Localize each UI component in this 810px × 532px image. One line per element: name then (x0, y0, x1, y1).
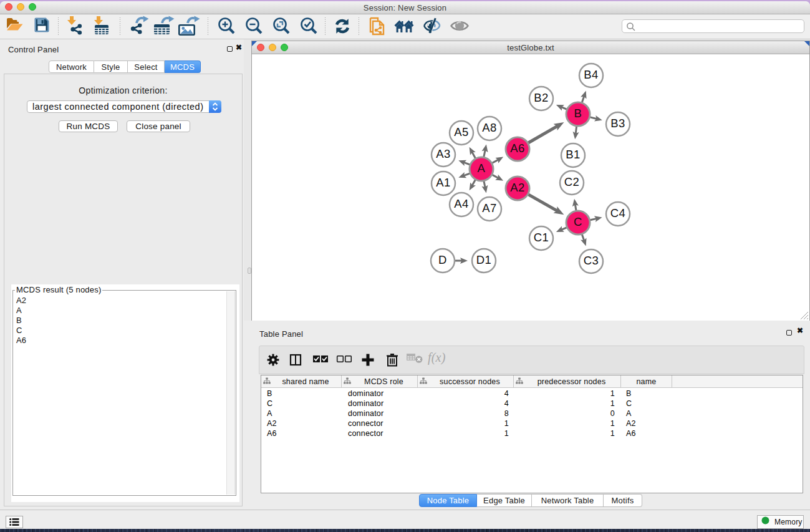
svg-text:C3: C3 (584, 254, 599, 267)
svg-text:B3: B3 (610, 117, 625, 130)
svg-text:C1: C1 (534, 231, 549, 244)
svg-text:B1: B1 (566, 148, 581, 161)
svg-text:B: B (574, 107, 582, 120)
svg-text:C4: C4 (610, 206, 626, 220)
svg-text:D1: D1 (476, 253, 492, 266)
svg-text:B2: B2 (534, 91, 549, 104)
svg-text:A5: A5 (454, 125, 469, 138)
svg-text:C2: C2 (564, 175, 580, 188)
svg-text:C: C (574, 215, 582, 228)
svg-text:A6: A6 (510, 142, 525, 155)
svg-text:A3: A3 (436, 147, 451, 160)
svg-text:A2: A2 (510, 181, 525, 194)
svg-text:A7: A7 (482, 201, 497, 215)
svg-text:A4: A4 (454, 197, 469, 210)
svg-text:D: D (438, 253, 447, 266)
svg-text:B4: B4 (584, 68, 599, 81)
svg-text:A1: A1 (436, 176, 451, 189)
svg-text:A: A (478, 162, 486, 175)
svg-text:A8: A8 (482, 121, 497, 134)
